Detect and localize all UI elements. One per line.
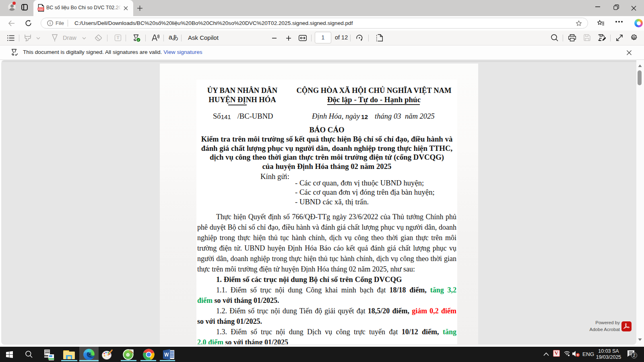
svg-text:PDF: PDF: [38, 8, 43, 10]
